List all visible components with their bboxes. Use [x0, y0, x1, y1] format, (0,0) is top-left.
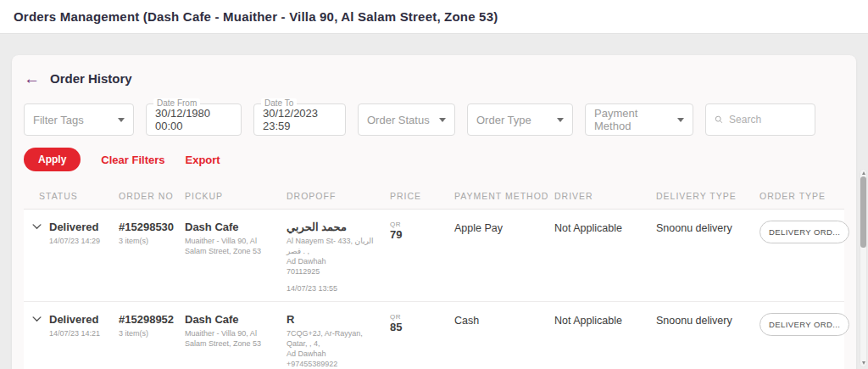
export-button[interactable]: Export: [186, 154, 220, 166]
back-arrow-icon[interactable]: ←: [24, 70, 40, 87]
clear-filters-button[interactable]: Clear Filters: [101, 154, 164, 166]
chevron-down-icon: [439, 118, 446, 122]
col-status: STATUS: [24, 191, 119, 201]
table-row: Delivered 14/07/23 14:21 #15298952 3 ite…: [24, 302, 844, 369]
status-text: Delivered: [49, 313, 112, 326]
order-type-button[interactable]: DELIVERY ORD...: [760, 221, 849, 243]
date-from-label: Date From: [153, 98, 200, 108]
items-count: 3 item(s): [119, 236, 178, 246]
order-number: #15298952: [119, 313, 178, 326]
expand-row-chevron-icon[interactable]: [24, 221, 49, 230]
filter-tags-placeholder: Filter Tags: [33, 114, 84, 126]
price-value: 79: [390, 228, 448, 241]
orders-table: STATUS ORDER NO PICKUP DROPOFF PRICE PAY…: [24, 182, 844, 369]
currency-label: QR: [390, 221, 448, 228]
table-header: STATUS ORDER NO PICKUP DROPOFF PRICE PAY…: [24, 182, 844, 210]
pickup-address: Muaither - Villa 90, Al Salam Street, Zo…: [185, 236, 280, 256]
date-to-label: Date To: [261, 98, 297, 108]
pickup-name: Dash Cafe: [185, 221, 280, 233]
price-value: 85: [390, 321, 448, 333]
col-payment-method: PAYMENT METHOD: [454, 191, 554, 201]
page-title: Order History: [50, 71, 132, 86]
search-icon: [715, 115, 723, 125]
card-header: ← Order History: [24, 55, 844, 87]
search-input[interactable]: [729, 114, 806, 126]
chevron-down-icon: [557, 118, 564, 122]
app-header: Orders Management (Dash Cafe - Muaither …: [0, 0, 868, 34]
apply-button[interactable]: Apply: [24, 148, 81, 171]
chevron-down-icon: [118, 118, 125, 122]
search-box: [705, 103, 815, 136]
order-history-card: ← Order History Filter Tags Date From 30…: [12, 55, 856, 369]
expand-row-chevron-icon[interactable]: [24, 313, 49, 322]
col-price: PRICE: [390, 191, 454, 201]
app-title: Orders Management (Dash Cafe - Muaither …: [14, 9, 498, 24]
payment-method-placeholder: Payment Method: [594, 107, 670, 132]
status-date: 14/07/23 14:29: [49, 236, 112, 246]
order-status-select[interactable]: Order Status: [358, 103, 455, 136]
col-order-no: ORDER NO: [119, 191, 185, 201]
delivery-type-value: Snoonu delivery: [656, 313, 760, 327]
filter-tags-select[interactable]: Filter Tags: [24, 103, 134, 136]
delivery-type-value: Snoonu delivery: [656, 221, 760, 234]
col-delivery-type: DELIVERY TYPE: [656, 191, 760, 201]
actions-bar: Apply Clear Filters Export: [24, 148, 844, 171]
payment-method-value: Cash: [454, 313, 554, 327]
table-row: Delivered 14/07/23 14:29 #15298530 3 ite…: [24, 210, 844, 302]
dropoff-address: 7CQG+2J, Ar-Rayyan, Qatar, , 4, Ad Dawha…: [287, 328, 383, 369]
order-type-select[interactable]: Order Type: [467, 103, 573, 136]
status-text: Delivered: [49, 221, 112, 233]
driver-value: Not Applicable: [554, 221, 656, 234]
dropoff-address: Al Naayem St- 433, الريان قصر . , Ad Daw…: [287, 236, 383, 277]
status-date: 14/07/23 14:21: [49, 328, 112, 338]
pickup-name: Dash Cafe: [185, 313, 280, 326]
driver-value: Not Applicable: [554, 313, 656, 327]
col-dropoff: DROPOFF: [287, 191, 390, 201]
filters-bar: Filter Tags Date From 30/12/1980 00:00 D…: [24, 103, 844, 136]
date-from-value: 30/12/1980 00:00: [155, 107, 232, 132]
items-count: 3 item(s): [119, 328, 178, 338]
order-type-button[interactable]: DELIVERY ORD...: [760, 313, 849, 336]
order-status-placeholder: Order Status: [367, 114, 430, 126]
vertical-scrollbar[interactable]: [860, 169, 867, 367]
date-from-input[interactable]: Date From 30/12/1980 00:00: [146, 103, 242, 136]
date-to-input[interactable]: Date To 30/12/2023 23:59: [253, 103, 346, 136]
date-to-value: 30/12/2023 23:59: [263, 107, 337, 132]
payment-method-value: Apple Pay: [454, 221, 554, 234]
payment-method-select[interactable]: Payment Method: [585, 103, 693, 136]
dropoff-name: R: [287, 313, 383, 326]
order-type-placeholder: Order Type: [476, 114, 531, 126]
dropoff-name: محمد الحربي: [287, 221, 383, 233]
chevron-down-icon: [677, 118, 684, 122]
col-order-type: ORDER TYPE: [760, 191, 844, 201]
scrollbar-thumb[interactable]: [860, 176, 866, 248]
dropoff-date: 14/07/23 13:55: [287, 284, 383, 293]
currency-label: QR: [390, 313, 448, 321]
col-pickup: PICKUP: [185, 191, 287, 201]
order-number: #15298530: [119, 221, 178, 233]
pickup-address: Muaither - Villa 90, Al Salam Street, Zo…: [185, 328, 280, 349]
col-driver: DRIVER: [554, 191, 656, 201]
